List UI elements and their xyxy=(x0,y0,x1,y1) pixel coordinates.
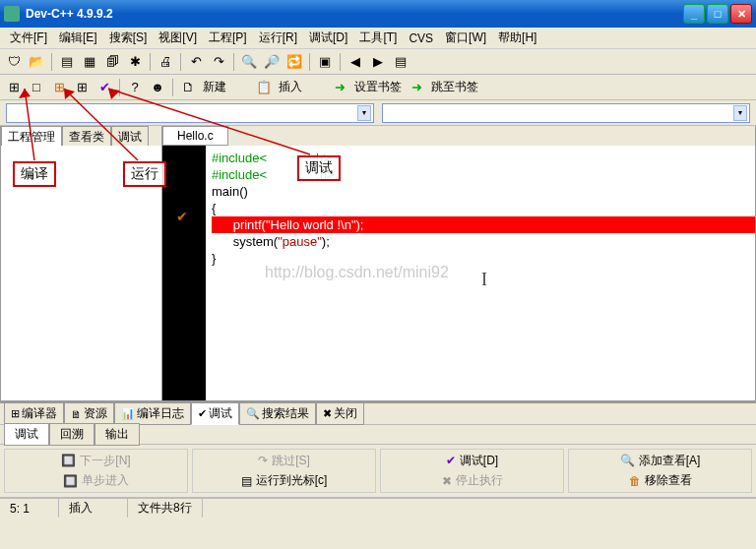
bottom-subtab[interactable]: 调试 xyxy=(4,423,49,446)
bottom-tab[interactable]: 📊编译日志 xyxy=(114,402,191,425)
run-to-cursor-button[interactable]: ▤运行到光标[c] xyxy=(195,472,373,491)
new-doc-icon[interactable]: 🗋 xyxy=(178,78,198,97)
code-text[interactable]: #include<h> #include<.h> main() { printf… xyxy=(206,146,755,400)
bookmark-set-icon[interactable]: ➜ xyxy=(330,78,349,97)
bottom-tab[interactable]: ⊞编译器 xyxy=(4,402,64,425)
menu-item[interactable]: 工程[P] xyxy=(203,28,253,48)
goto-bookmark-label[interactable]: 跳至书签 xyxy=(429,79,480,95)
bottom-tabs-sub: 调试回溯输出 xyxy=(0,425,756,445)
bottom-panel: ⊞编译器🗎资源📊编译日志✔调试🔍搜索结果✖关闭 调试回溯输出 🔲下一步[N] 🔲… xyxy=(0,401,756,498)
close-button[interactable]: ✕ xyxy=(730,4,752,24)
status-position: 5: 1 xyxy=(0,499,59,518)
dropdown-row: ▾ ▾ xyxy=(0,100,756,126)
grid1-icon[interactable]: ⊞ xyxy=(4,78,24,97)
new-file-icon[interactable]: 🛡 xyxy=(4,52,24,72)
status-bar: 5: 1 插入 文件共8行 xyxy=(0,498,756,518)
step-into-button[interactable]: 🔲单步进入 xyxy=(7,472,185,491)
dropdown-right[interactable]: ▾ xyxy=(382,103,750,123)
next-step-button[interactable]: 🔲下一步[N] xyxy=(7,452,185,470)
grid2-icon[interactable]: □ xyxy=(27,78,46,97)
menu-item[interactable]: 文件[F] xyxy=(4,28,53,48)
tab-icon: 🔍 xyxy=(246,407,260,420)
print-icon[interactable]: 🖨 xyxy=(156,52,175,72)
editor[interactable]: ✔ #include<h> #include<.h> main() { prin… xyxy=(162,146,755,400)
check-icon[interactable]: ✔ xyxy=(94,78,114,97)
menu-item[interactable]: CVS xyxy=(403,30,439,47)
tab-icon: 🗎 xyxy=(71,408,82,420)
file-tab[interactable]: Hello.c xyxy=(162,126,228,146)
menu-item[interactable]: 运行[R] xyxy=(253,28,303,48)
debug-button-panel: 🔲下一步[N] 🔲单步进入 ↷跳过[S] ▤运行到光标[c] ✔调试[D] ✖停… xyxy=(0,445,756,498)
add-watch-button[interactable]: 🔍添加查看[A] xyxy=(571,452,749,470)
menu-bar: 文件[F]编辑[E]搜索[S]视图[V]工程[P]运行[R]调试[D]工具[T]… xyxy=(0,28,756,49)
replace-icon[interactable]: 🔁 xyxy=(284,52,304,72)
side-tabs: 工程管理查看类调试 xyxy=(1,126,161,146)
code-line: main() xyxy=(212,183,755,200)
open-icon[interactable]: 📂 xyxy=(27,52,46,72)
insert-label[interactable]: 插入 xyxy=(277,79,304,95)
save-icon[interactable]: ▤ xyxy=(57,52,77,72)
chevron-down-icon: ▾ xyxy=(733,105,747,121)
menu-item[interactable]: 搜索[S] xyxy=(103,28,154,48)
copy-icon[interactable]: 🗐 xyxy=(102,52,122,72)
side-tab[interactable]: 工程管理 xyxy=(1,126,62,146)
gutter: ✔ xyxy=(162,146,206,400)
search-icon: 🔍 xyxy=(620,454,635,467)
stop-icon: ✖ xyxy=(442,474,452,488)
config-icon[interactable]: ✱ xyxy=(125,52,145,72)
code-line: #include< xyxy=(212,151,267,165)
dropdown-left[interactable]: ▾ xyxy=(6,103,374,123)
redo-icon[interactable]: ↷ xyxy=(209,52,228,72)
tab-icon: 📊 xyxy=(121,407,135,420)
code-line: { xyxy=(212,200,755,216)
save-all-icon[interactable]: ▦ xyxy=(80,52,99,72)
side-tab[interactable]: 调试 xyxy=(111,126,149,146)
run-icon[interactable]: ▤ xyxy=(391,52,410,72)
bottom-subtab[interactable]: 输出 xyxy=(94,423,140,446)
code-line-highlighted: printf("Hello world !\n"); xyxy=(212,216,755,233)
bottom-tabs-main: ⊞编译器🗎资源📊编译日志✔调试🔍搜索结果✖关闭 xyxy=(0,403,756,425)
find-next-icon[interactable]: 🔎 xyxy=(262,52,282,72)
bottom-tab[interactable]: ✔调试 xyxy=(191,402,239,425)
bottom-tab[interactable]: 🗎资源 xyxy=(64,402,114,425)
status-lines: 文件共8行 xyxy=(128,499,203,518)
annotation-run: 运行 xyxy=(123,161,166,187)
undo-icon[interactable]: ↶ xyxy=(186,52,206,72)
menu-item[interactable]: 编辑[E] xyxy=(53,28,103,48)
set-bookmark-label[interactable]: 设置书签 xyxy=(352,79,404,95)
tab-icon: ✔ xyxy=(198,407,207,420)
step-over-button[interactable]: ↷跳过[S] xyxy=(195,452,373,470)
forward-icon[interactable]: ▶ xyxy=(368,52,388,72)
remove-watch-button[interactable]: 🗑移除查看 xyxy=(571,472,749,491)
bottom-subtab[interactable]: 回溯 xyxy=(49,423,94,446)
menu-item[interactable]: 帮助[H] xyxy=(492,28,542,48)
menu-item[interactable]: 视图[V] xyxy=(153,28,203,48)
new-label[interactable]: 新建 xyxy=(201,79,228,95)
breakpoint-icon: ✔ xyxy=(176,209,188,224)
status-mode: 插入 xyxy=(59,499,128,518)
stop-button[interactable]: ✖停止执行 xyxy=(383,472,561,491)
about-icon[interactable]: ☻ xyxy=(148,78,167,97)
menu-item[interactable]: 窗口[W] xyxy=(439,28,492,48)
code-line: system("pause"); xyxy=(212,233,755,250)
annotation-debug: 调试 xyxy=(297,155,341,181)
minimize-button[interactable]: _ xyxy=(683,4,705,24)
back-icon[interactable]: ◀ xyxy=(346,52,365,72)
insert-icon[interactable]: 📋 xyxy=(254,78,274,97)
find-icon[interactable]: 🔍 xyxy=(239,52,259,72)
menu-item[interactable]: 调试[D] xyxy=(303,28,353,48)
compile-icon[interactable]: ▣ xyxy=(315,52,335,72)
bottom-tab[interactable]: 🔍搜索结果 xyxy=(239,402,316,425)
bottom-tab[interactable]: ✖关闭 xyxy=(316,402,364,425)
maximize-button[interactable]: □ xyxy=(707,4,728,24)
menu-item[interactable]: 工具[T] xyxy=(353,28,403,48)
help-icon[interactable]: ? xyxy=(125,78,145,97)
grid4-icon[interactable]: ⊞ xyxy=(72,78,92,97)
bookmark-goto-icon[interactable]: ➜ xyxy=(407,78,426,97)
side-tab[interactable]: 查看类 xyxy=(62,126,111,146)
toolbar-secondary: ⊞ □ ⊞ ⊞ ✔ ? ☻ 🗋 新建 📋 插入 ➜ 设置书签 ➜ 跳至书签 xyxy=(0,75,756,100)
toolbar-main: 🛡 📂 ▤ ▦ 🗐 ✱ 🖨 ↶ ↷ 🔍 🔎 🔁 ▣ ◀ ▶ ▤ xyxy=(0,49,756,75)
debug-button[interactable]: ✔调试[D] xyxy=(383,452,561,470)
trash-icon: 🗑 xyxy=(629,474,641,488)
grid3-icon[interactable]: ⊞ xyxy=(49,78,69,97)
